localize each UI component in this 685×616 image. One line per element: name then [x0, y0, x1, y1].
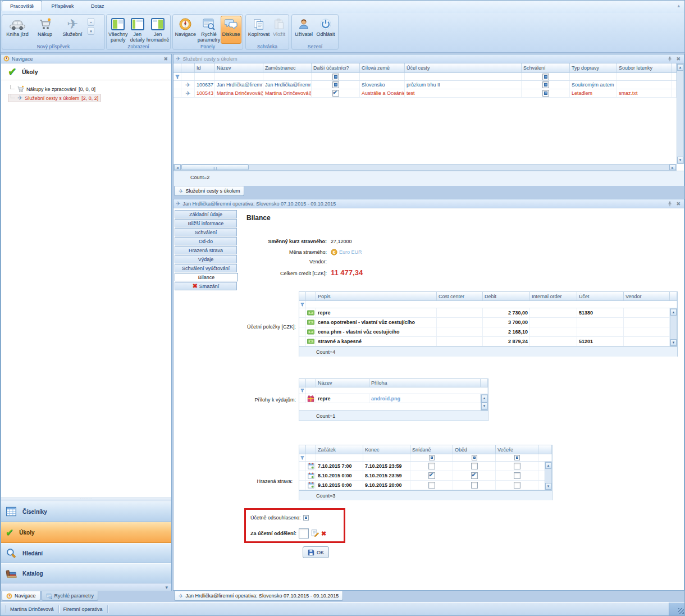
kniha-jizd-button[interactable]: Kniha jízd	[3, 16, 31, 44]
nav-item-ciselniky[interactable]: Číselníky	[1, 501, 171, 522]
trip-row[interactable]: ✈ 100543 Martina Drinčevová@ Martina Dri…	[173, 89, 677, 98]
checkbox-obed[interactable]	[471, 482, 478, 489]
scroll-up-button[interactable]: ▲	[481, 395, 487, 403]
column-header-snidane[interactable]: Snídaně	[410, 445, 453, 454]
oddeleni-input[interactable]	[299, 528, 309, 539]
checkbox-snidane[interactable]	[428, 463, 435, 469]
attachment-link[interactable]: smaz.txt	[617, 89, 672, 97]
checkbox-dalsi-ucastnici[interactable]	[332, 81, 339, 88]
trip-row[interactable]: ✈ 100637 Jan Hrdlička@firemr Jan Hrdličk…	[173, 81, 677, 89]
uzivatel-button[interactable]: Uživatel	[293, 16, 314, 44]
diskuse-button[interactable]: Diskuse	[221, 16, 241, 44]
nav-splitter[interactable]: ······	[1, 498, 171, 501]
tree-item-nakupy[interactable]: Nákupy ke zpracování [0, 0, 0]	[8, 85, 98, 93]
navigace-button[interactable]: Navigace	[174, 16, 197, 44]
edit-icon[interactable]	[311, 529, 319, 538]
meal-row[interactable]: 7.10.2015 7:00 7.10.2015 23:59	[299, 462, 552, 471]
entry-row[interactable]: cena phm - vlastní vůz cestujícího 2 168…	[299, 327, 677, 337]
resize-grip[interactable]	[669, 603, 685, 615]
scroll-down-button[interactable]: ▼	[677, 157, 683, 163]
pin-icon[interactable]	[667, 56, 673, 62]
column-header-popis[interactable]: Popis	[316, 292, 437, 300]
ribbon-tab-pracoviste[interactable]: Pracoviště	[2, 1, 42, 11]
column-header-soubor-letenky[interactable]: Soubor letenky	[617, 63, 672, 72]
currency-link[interactable]: Euro EUR	[339, 249, 362, 255]
vsechny-panely-button[interactable]: Všechny panely	[108, 16, 129, 44]
dropdown-button[interactable]: ▾	[88, 27, 94, 35]
ok-button[interactable]: OK	[303, 546, 329, 558]
scroll-up-button[interactable]: ▲	[670, 309, 677, 316]
checkbox-dalsi-ucastnici[interactable]	[332, 90, 339, 97]
column-header-vecere[interactable]: Večeře	[496, 445, 538, 454]
column-header-konec[interactable]: Konec	[363, 445, 410, 454]
column-header-ucet[interactable]: Účet	[577, 292, 624, 300]
column-header-id[interactable]: Id	[195, 63, 215, 72]
nakup-button[interactable]: Nákup	[31, 16, 58, 44]
sluzebni-button[interactable]: ✈ Služební	[58, 16, 86, 44]
odhlasit-button[interactable]: Odhlásit	[314, 16, 337, 44]
checkbox-snidane[interactable]	[428, 482, 435, 489]
checkbox-obed[interactable]	[471, 463, 478, 469]
column-header-zacatek[interactable]: Začátek	[316, 445, 363, 454]
filter-cell[interactable]	[360, 73, 405, 80]
column-header-dalsi-ucastnici[interactable]: Další účastníci?	[312, 63, 360, 72]
checkbox-vecere[interactable]	[514, 463, 520, 469]
scroll-down-button[interactable]: ▼	[481, 403, 487, 410]
filter-cell[interactable]	[363, 454, 410, 461]
close-icon[interactable]: ✖	[675, 56, 682, 62]
column-header-cost-center[interactable]: Cost center	[437, 292, 483, 300]
trips-tab[interactable]: ✈ Služební cesty s úkolem	[174, 186, 244, 196]
funnel-icon[interactable]	[299, 301, 306, 308]
filter-cell[interactable]	[181, 73, 195, 80]
meal-row[interactable]: 9.10.2015 0:00 9.10.2015 20:00	[299, 481, 552, 490]
scroll-up-button[interactable]: ▲	[677, 64, 683, 71]
scroll-up-button[interactable]: ▲	[545, 462, 551, 469]
scroll-down-button[interactable]: ▼	[670, 339, 677, 346]
scroll-down-button[interactable]: ▼	[545, 483, 551, 490]
entry-row[interactable]: repre 2 730,00 51380	[299, 308, 677, 318]
ribbon-tab-dotaz[interactable]: Dotaz	[83, 1, 112, 11]
chevron-down-icon[interactable]: ▾	[165, 585, 168, 590]
filter-cell[interactable]	[306, 454, 316, 461]
odsouhlaseno-checkbox[interactable]	[303, 515, 309, 521]
tab-bilance[interactable]: Bilance	[175, 273, 238, 281]
ribbon-tab-prispevek[interactable]: Příspěvek	[44, 1, 82, 11]
filter-cell[interactable]	[215, 73, 263, 80]
trips-horizontal-scrollbar[interactable]: ◄ ►	[173, 164, 677, 171]
checkbox-obed[interactable]	[471, 472, 478, 479]
close-icon[interactable]: ✖	[675, 201, 682, 207]
more-options-button[interactable]: ▪	[88, 18, 94, 26]
column-header-obed[interactable]: Oběd	[453, 445, 496, 454]
bottom-tab-rychle-parametry[interactable]: Rychlé parametry	[42, 591, 99, 601]
filter-cell[interactable]	[306, 301, 677, 308]
entry-row[interactable]: stravné a kapesné 2 879,24 51201	[299, 337, 677, 346]
attachments-vertical-scrollbar[interactable]: ▲ ▼	[481, 394, 488, 410]
checkbox-snidane[interactable]	[428, 472, 435, 479]
pin-icon[interactable]	[667, 201, 673, 207]
meal-row[interactable]: 8.10.2015 0:00 8.10.2015 23:59	[299, 471, 552, 481]
meals-vertical-scrollbar[interactable]: ▲ ▼	[545, 462, 552, 490]
entry-row[interactable]: cena opotrebení - vlastní vůz cestujícíh…	[299, 318, 677, 327]
filter-cell[interactable]	[195, 73, 215, 80]
jen-detaily-button[interactable]: Jen detaily	[129, 16, 147, 44]
filter-cell[interactable]	[306, 387, 488, 394]
entries-vertical-scrollbar[interactable]: ▲ ▼	[670, 308, 677, 346]
scrollbar-thumb[interactable]	[181, 165, 249, 170]
column-header-nazev[interactable]: Název	[215, 63, 263, 72]
column-header-nazev[interactable]: Název	[316, 379, 369, 387]
tree-item-sluzebni-cesty[interactable]: ✈ Služební cesty s úkolem [2, 0, 2]	[8, 94, 101, 102]
scroll-left-button[interactable]: ◄	[174, 165, 181, 170]
funnel-icon[interactable]	[299, 454, 306, 461]
checkbox-vecere[interactable]	[514, 472, 520, 479]
nav-item-hledani[interactable]: Hledání	[1, 543, 171, 563]
column-header-vendor[interactable]: Vendor	[624, 292, 670, 300]
funnel-icon[interactable]	[299, 387, 306, 394]
column-header-cilova-zeme[interactable]: Cílová země	[360, 63, 405, 72]
checkbox-schvaleni[interactable]	[542, 90, 549, 97]
column-header-zamestnanec[interactable]: Zaměstnanec	[263, 63, 312, 72]
tab-blizsi-informace[interactable]: Bližší informace	[175, 219, 237, 227]
nav-item-ukoly[interactable]: ✔ Úkoly	[1, 522, 171, 543]
vlozit-button[interactable]: Vložit	[271, 16, 287, 44]
filter-checkbox-dalsi[interactable]	[332, 74, 339, 80]
column-header-schvaleni[interactable]: Schválení	[522, 63, 570, 72]
